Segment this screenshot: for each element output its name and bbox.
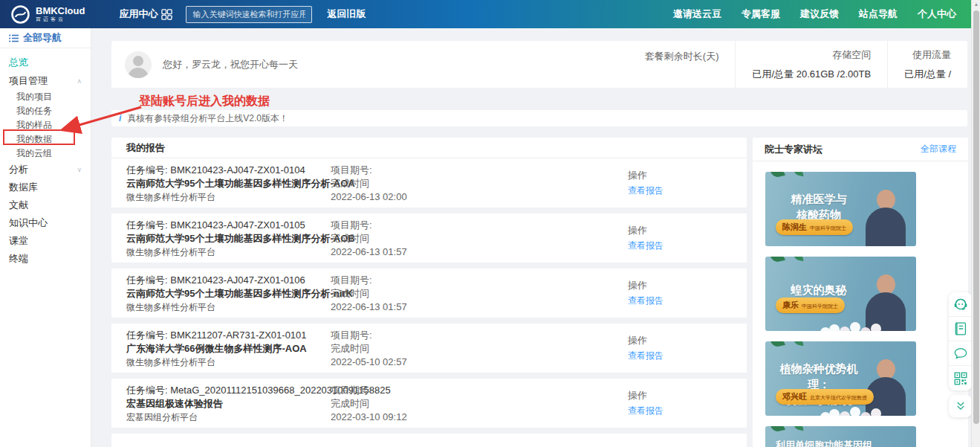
main-content: 您好，罗云龙，祝您开心每一天 套餐剩余时长(天) 存储空间 已用/总量 20.6… — [92, 28, 980, 447]
leaf-decoration — [793, 172, 804, 176]
task-no-value: BMK210423-AJ047-ZX01-0104 — [170, 164, 305, 176]
task-no-label: 任务编号: — [126, 329, 168, 341]
sidebar-item-my-cloud-group[interactable]: 我的云组 — [0, 147, 91, 161]
header-nav: 邀请送云豆 专属客服 建议反馈 站点导航 个人中心 — [673, 7, 956, 21]
traffic-label: 使用流量 — [912, 48, 951, 62]
headset-icon — [953, 296, 969, 312]
sidebar-item-my-tasks[interactable]: 我的任务 — [0, 104, 91, 118]
app-center-button[interactable]: 应用中心 — [119, 7, 172, 21]
sidebar-item-terminal[interactable]: 终端 — [0, 250, 91, 268]
speaker-title: 北京大学现代农学院教授 — [810, 394, 867, 402]
lecture-title: 蝗灾的奥秘 — [770, 282, 868, 298]
lecture-title: 精准医学与核酸药物 — [770, 191, 868, 222]
knowledge-label: 知识中心 — [9, 216, 48, 230]
sidebar-item-knowledge-center[interactable]: 知识中心 — [0, 214, 91, 232]
welcome-card: 您好，罗云龙，祝您开心每一天 套餐剩余时长(天) 存储空间 已用/总量 20.6… — [111, 41, 967, 88]
feedback-chat-button[interactable] — [949, 341, 972, 366]
nav-customer-service[interactable]: 专属客服 — [742, 7, 780, 21]
sidebar-group-analysis[interactable]: 分析 ∨ — [0, 161, 91, 179]
view-report-link[interactable]: 查看报告 — [628, 184, 663, 196]
greeting-text: 您好，罗云龙，祝您开心每一天 — [163, 58, 298, 71]
handbook-button[interactable] — [949, 317, 972, 341]
lectures-title: 院士专家讲坛 — [765, 143, 822, 156]
lecture-title: 利用单细胞功能基因组技术体系研究人类生殖 — [776, 438, 887, 447]
reports-title: 我的报告 — [111, 138, 747, 158]
finish-time-label: 完成时间 — [331, 232, 407, 245]
project-no-label: 项目期号: — [331, 384, 407, 397]
app-center-label: 应用中心 — [119, 7, 158, 21]
lecture-card[interactable]: 精准医学与核酸药物 陈润生 中国科学院院士 — [765, 172, 916, 246]
terminal-label: 终端 — [9, 252, 28, 266]
database-label: 数据库 — [9, 181, 38, 194]
qrcode-button[interactable] — [949, 366, 972, 390]
sidebar-item-my-samples[interactable]: 我的样品 — [0, 118, 91, 132]
bmkcloud-logo[interactable]: BMKCloud 百迈客云 — [10, 4, 85, 25]
sidebar-item-classroom[interactable]: 课堂 — [0, 232, 91, 250]
double-chevron-down-icon — [953, 399, 968, 414]
speaker-name: 陈润生 — [782, 222, 807, 233]
finish-time-value: 2022-06-13 01:57 — [331, 245, 407, 259]
sidebar-all-nav[interactable]: 全部导航 — [0, 28, 91, 48]
lecture-card[interactable]: 利用单细胞功能基因组技术体系研究人类生殖 — [765, 426, 916, 447]
notice-text: 真核有参转录组分析平台上线V2.0版本！ — [127, 112, 288, 125]
sidebar-item-my-projects[interactable]: 我的项目 — [0, 90, 91, 104]
sidebar-all-nav-label: 全部导航 — [23, 31, 62, 45]
sidebar-item-my-data[interactable]: 我的数据 — [0, 132, 91, 147]
nav-site-map[interactable]: 站点导航 — [859, 7, 898, 21]
view-report-link[interactable]: 查看报告 — [628, 405, 663, 417]
task-no-value: BMK210423-AJ047-ZX01-0105 — [170, 219, 305, 231]
page-scrollbar[interactable]: ▲ — [971, 0, 980, 447]
action-label: 操作 — [628, 170, 663, 181]
sidebar-item-overview[interactable]: 总览 — [0, 53, 91, 72]
flowers-decoration — [829, 324, 840, 331]
lectures-panel: 院士专家讲坛 全部课程 精准医学与核酸药物 陈润生 中国科学院院士 蝗灾的奥秘 … — [753, 138, 968, 447]
back-to-old-version-button[interactable]: 返回旧版 — [327, 7, 366, 21]
leaf-decoration — [793, 426, 804, 431]
report-row-partial — [111, 434, 747, 447]
task-no-value: BMK211207-AR731-ZX01-0101 — [170, 329, 306, 341]
storage-label: 存储空间 — [832, 48, 871, 62]
action-label: 操作 — [628, 390, 663, 402]
finish-time-label: 完成时间 — [331, 342, 407, 356]
customer-service-button[interactable] — [949, 292, 972, 317]
report-platform: 微生物多样性分析平台 — [126, 300, 353, 314]
view-report-link[interactable]: 查看报告 — [628, 350, 663, 361]
lecture-card[interactable]: 植物杂种优势机理：机会主义假说 邓兴旺 北京大学现代农学院教授 — [765, 341, 916, 416]
action-label: 操作 — [628, 280, 663, 292]
project-no-label: 项目期号: — [331, 329, 407, 342]
chevron-down-icon: ∨ — [77, 166, 82, 173]
view-report-link[interactable]: 查看报告 — [628, 239, 663, 251]
leaf-decoration — [770, 257, 785, 263]
menu-list-icon — [9, 34, 19, 42]
lecture-card[interactable]: 蝗灾的奥秘 康乐 中国科学院院士 — [765, 257, 916, 331]
report-title: 云南师范大学95个土壤功能基因多样性测序分析-AOA — [126, 177, 355, 190]
package-remaining-label: 套餐剩余时长(天) — [645, 50, 719, 63]
all-courses-link[interactable]: 全部课程 — [921, 143, 956, 155]
sidebar-item-database[interactable]: 数据库 — [0, 179, 91, 196]
nav-personal-center[interactable]: 个人中心 — [918, 7, 956, 21]
avatar — [125, 51, 152, 78]
finish-time-value: 2022-06-13 01:57 — [331, 300, 407, 314]
scrollbar-thumb[interactable] — [973, 10, 979, 424]
sidebar-group-project-mgmt[interactable]: 项目管理 ∧ — [0, 72, 91, 90]
literature-label: 文献 — [9, 199, 28, 212]
report-title: 云南师范大学95个土壤功能基因多样性测序分析-AOB — [126, 232, 355, 245]
report-platform: 微生物多样性分析平台 — [126, 245, 355, 259]
storage-value: 已用/总量 20.61GB /2.00TB — [752, 68, 871, 81]
nav-feedback[interactable]: 建议反馈 — [800, 7, 839, 21]
sidebar-item-literature[interactable]: 文献 — [0, 196, 91, 214]
logo-subtitle: 百迈客云 — [36, 16, 85, 22]
speaker-title: 中国科学院院士 — [810, 225, 846, 232]
info-icon: i — [119, 113, 121, 123]
top-header: BMKCloud 百迈客云 应用中心 返回旧版 邀请送云豆 专属客服 建议反馈 … — [0, 0, 980, 28]
nav-invite-beans[interactable]: 邀请送云豆 — [673, 7, 721, 21]
leaf-decoration — [770, 172, 785, 179]
action-label: 操作 — [628, 335, 663, 347]
search-input[interactable] — [186, 6, 312, 23]
collapse-toolbar-button[interactable] — [949, 395, 972, 417]
annotation-text: 登陆账号后进入我的数据 — [139, 94, 270, 109]
flowers-decoration — [829, 409, 840, 416]
scrollbar-up-arrow[interactable]: ▲ — [972, 0, 980, 9]
view-report-link[interactable]: 查看报告 — [628, 295, 663, 306]
reports-panel: 我的报告 任务编号: BMK210423-AJ047-ZX01-0104 云南师… — [111, 138, 747, 447]
